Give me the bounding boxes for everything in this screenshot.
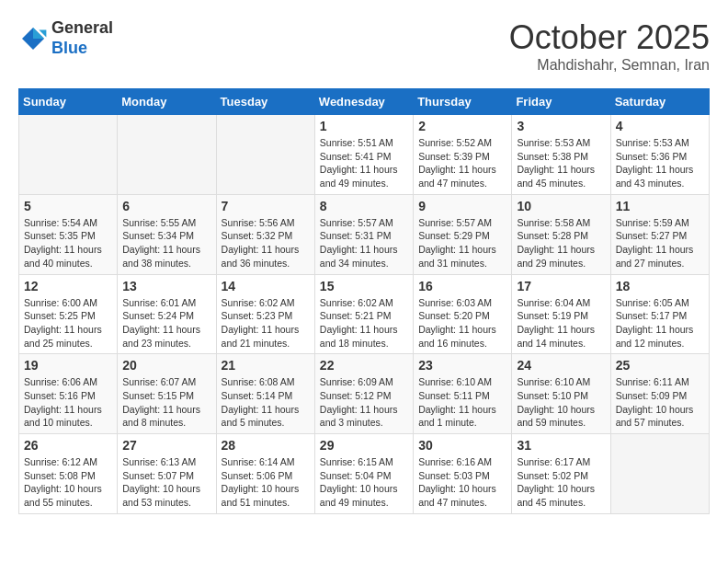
calendar-week-row: 1Sunrise: 5:51 AMSunset: 5:41 PMDaylight… [19,115,710,195]
logo-text: General Blue [51,18,113,58]
day-number: 6 [122,199,210,213]
day-number: 11 [616,199,704,213]
calendar-cell: 17Sunrise: 6:04 AMSunset: 5:19 PMDayligh… [512,274,610,354]
day-info: Sunrise: 6:02 AMSunset: 5:21 PMDaylight:… [320,296,408,350]
weekday-header: Saturday [610,89,709,115]
calendar-cell: 1Sunrise: 5:51 AMSunset: 5:41 PMDaylight… [314,115,413,195]
day-info: Sunrise: 6:13 AMSunset: 5:07 PMDaylight:… [122,455,210,510]
day-info: Sunrise: 6:12 AMSunset: 5:08 PMDaylight:… [24,455,112,510]
day-number: 19 [24,358,112,373]
calendar-cell: 21Sunrise: 6:08 AMSunset: 5:14 PMDayligh… [216,354,314,434]
day-number: 8 [320,199,408,213]
day-number: 20 [122,358,210,373]
calendar-cell: 15Sunrise: 6:02 AMSunset: 5:21 PMDayligh… [314,274,413,354]
day-number: 18 [616,279,704,293]
calendar-cell: 20Sunrise: 6:07 AMSunset: 5:15 PMDayligh… [118,354,216,434]
weekday-header: Monday [118,89,216,115]
day-info: Sunrise: 6:07 AMSunset: 5:15 PMDaylight:… [122,375,210,430]
calendar-cell: 19Sunrise: 6:06 AMSunset: 5:16 PMDayligh… [19,354,118,434]
day-info: Sunrise: 5:54 AMSunset: 5:35 PMDaylight:… [24,216,112,270]
calendar-cell: 31Sunrise: 6:17 AMSunset: 5:02 PMDayligh… [512,434,610,514]
day-info: Sunrise: 6:14 AMSunset: 5:06 PMDaylight:… [222,455,310,510]
calendar-cell: 30Sunrise: 6:16 AMSunset: 5:03 PMDayligh… [414,434,512,514]
weekday-header: Wednesday [314,89,413,115]
day-number: 4 [616,119,704,133]
calendar-cell: 29Sunrise: 6:15 AMSunset: 5:04 PMDayligh… [314,434,413,514]
calendar-cell: 23Sunrise: 6:10 AMSunset: 5:11 PMDayligh… [414,354,512,434]
day-number: 30 [418,438,506,453]
day-info: Sunrise: 6:15 AMSunset: 5:04 PMDaylight:… [320,455,408,510]
day-info: Sunrise: 6:10 AMSunset: 5:10 PMDaylight:… [517,375,605,430]
weekday-header: Thursday [414,89,512,115]
day-number: 24 [517,358,605,373]
weekday-header-row: SundayMondayTuesdayWednesdayThursdayFrid… [19,89,710,115]
calendar-cell: 26Sunrise: 6:12 AMSunset: 5:08 PMDayligh… [19,434,118,514]
day-number: 2 [418,119,506,133]
day-info: Sunrise: 6:06 AMSunset: 5:16 PMDaylight:… [24,375,112,430]
day-info: Sunrise: 5:58 AMSunset: 5:28 PMDaylight:… [517,216,605,270]
calendar-cell [216,115,314,195]
day-number: 17 [517,279,605,293]
day-info: Sunrise: 6:11 AMSunset: 5:09 PMDaylight:… [616,375,704,430]
calendar-cell: 5Sunrise: 5:54 AMSunset: 5:35 PMDaylight… [19,194,118,274]
calendar-week-row: 26Sunrise: 6:12 AMSunset: 5:08 PMDayligh… [19,434,710,514]
day-info: Sunrise: 6:10 AMSunset: 5:11 PMDaylight:… [418,375,506,430]
day-info: Sunrise: 6:16 AMSunset: 5:03 PMDaylight:… [418,455,506,510]
calendar-cell: 24Sunrise: 6:10 AMSunset: 5:10 PMDayligh… [512,354,610,434]
day-info: Sunrise: 5:53 AMSunset: 5:38 PMDaylight:… [517,136,605,190]
calendar-cell [19,115,118,195]
calendar-cell: 22Sunrise: 6:09 AMSunset: 5:12 PMDayligh… [314,354,413,434]
day-number: 10 [517,199,605,213]
calendar-cell: 10Sunrise: 5:58 AMSunset: 5:28 PMDayligh… [512,194,610,274]
day-info: Sunrise: 6:09 AMSunset: 5:12 PMDaylight:… [320,375,408,430]
calendar-week-row: 12Sunrise: 6:00 AMSunset: 5:25 PMDayligh… [19,274,710,354]
weekday-header: Sunday [19,89,118,115]
day-info: Sunrise: 5:57 AMSunset: 5:31 PMDaylight:… [320,216,408,270]
day-info: Sunrise: 5:52 AMSunset: 5:39 PMDaylight:… [418,136,506,190]
title-block: October 2025 Mahdishahr, Semnan, Iran [509,18,710,74]
calendar-week-row: 5Sunrise: 5:54 AMSunset: 5:35 PMDaylight… [19,194,710,274]
calendar-cell: 2Sunrise: 5:52 AMSunset: 5:39 PMDaylight… [414,115,512,195]
calendar-cell: 14Sunrise: 6:02 AMSunset: 5:23 PMDayligh… [216,274,314,354]
calendar-cell: 7Sunrise: 5:56 AMSunset: 5:32 PMDaylight… [216,194,314,274]
day-info: Sunrise: 6:08 AMSunset: 5:14 PMDaylight:… [222,375,310,430]
day-number: 31 [517,438,605,453]
day-info: Sunrise: 5:55 AMSunset: 5:34 PMDaylight:… [122,216,210,270]
day-info: Sunrise: 6:05 AMSunset: 5:17 PMDaylight:… [616,296,704,350]
day-number: 7 [222,199,310,213]
calendar-cell: 28Sunrise: 6:14 AMSunset: 5:06 PMDayligh… [216,434,314,514]
day-number: 22 [320,358,408,373]
day-number: 3 [517,119,605,133]
day-number: 16 [418,279,506,293]
logo: General Blue [18,18,113,58]
calendar-cell: 11Sunrise: 5:59 AMSunset: 5:27 PMDayligh… [610,194,709,274]
calendar-cell: 18Sunrise: 6:05 AMSunset: 5:17 PMDayligh… [610,274,709,354]
day-number: 27 [122,438,210,453]
calendar-cell: 13Sunrise: 6:01 AMSunset: 5:24 PMDayligh… [118,274,216,354]
day-info: Sunrise: 6:04 AMSunset: 5:19 PMDaylight:… [517,296,605,350]
day-number: 13 [122,279,210,293]
calendar-cell: 9Sunrise: 5:57 AMSunset: 5:29 PMDaylight… [414,194,512,274]
calendar-table: SundayMondayTuesdayWednesdayThursdayFrid… [18,88,710,514]
calendar-cell [610,434,709,514]
day-number: 5 [24,199,112,213]
month-title: October 2025 [509,18,710,57]
day-number: 14 [222,279,310,293]
day-number: 12 [24,279,112,293]
day-number: 1 [320,119,408,133]
day-number: 15 [320,279,408,293]
day-number: 23 [418,358,506,373]
calendar-cell: 8Sunrise: 5:57 AMSunset: 5:31 PMDaylight… [314,194,413,274]
calendar-cell [118,115,216,195]
day-info: Sunrise: 5:59 AMSunset: 5:27 PMDaylight:… [616,216,704,270]
day-info: Sunrise: 5:56 AMSunset: 5:32 PMDaylight:… [222,216,310,270]
calendar-cell: 4Sunrise: 5:53 AMSunset: 5:36 PMDaylight… [610,115,709,195]
day-info: Sunrise: 5:57 AMSunset: 5:29 PMDaylight:… [418,216,506,270]
day-info: Sunrise: 5:53 AMSunset: 5:36 PMDaylight:… [616,136,704,190]
calendar-cell: 12Sunrise: 6:00 AMSunset: 5:25 PMDayligh… [19,274,118,354]
day-info: Sunrise: 6:03 AMSunset: 5:20 PMDaylight:… [418,296,506,350]
day-number: 21 [222,358,310,373]
day-number: 25 [616,358,704,373]
location-title: Mahdishahr, Semnan, Iran [509,57,710,74]
day-info: Sunrise: 6:01 AMSunset: 5:24 PMDaylight:… [122,296,210,350]
